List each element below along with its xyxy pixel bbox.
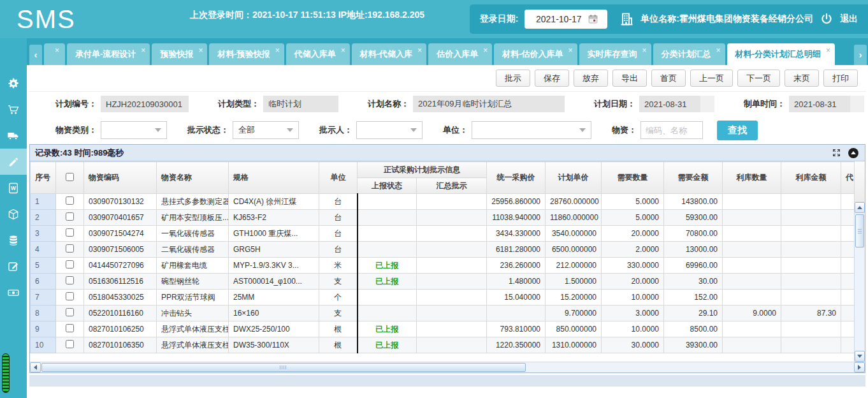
sidebar-item-word-doc[interactable]: W [0,175,27,201]
row-checkbox[interactable] [66,260,74,269]
close-icon[interactable]: × [716,46,721,55]
scroll-down-icon[interactable] [855,351,865,362]
approve-status-select[interactable]: 全部 [233,121,299,139]
sidebar-item-package[interactable] [0,201,27,227]
row-checkbox[interactable] [66,228,74,237]
close-icon[interactable]: × [198,46,203,55]
table-row[interactable]: 30309071504274一氧化碳传感器GTH1000 重庆煤...台3434… [31,226,856,242]
sidebar-item-money[interactable] [0,279,27,306]
tab-材料-分类计划汇总明细[interactable]: 材料-分类计划汇总明细× [727,43,835,65]
unit-select[interactable] [472,121,591,139]
toolbar-button-上一页[interactable]: 上一页 [690,70,733,87]
toolbar-button-放弃[interactable]: 放弃 [574,70,608,87]
sidebar-item-gear[interactable] [0,70,27,96]
row-checkbox[interactable] [66,276,74,284]
gear-icon [7,77,20,90]
table-row[interactable]: 10309070130132悬挂式多参数测定器CD4X(A) 徐州江煤台2595… [31,194,856,210]
row-checkbox[interactable] [66,196,74,205]
sidebar-item-compose[interactable] [0,253,27,279]
tab-实时库存查询[interactable]: 实时库存查询× [579,43,651,65]
logout-button[interactable]: 退出 [840,13,858,25]
close-icon[interactable]: × [642,46,647,55]
toolbar-button-保存[interactable]: 保存 [535,70,569,87]
table-row[interactable]: 40309071506005二氧化碳传感器GRG5H台6181.28000065… [31,242,856,258]
vertical-scrollbar[interactable] [854,202,865,362]
calendar-icon[interactable] [588,14,598,24]
row-checkbox[interactable] [66,292,74,300]
table-row[interactable]: 90827010106250悬浮式单体液压支柱DWX25-250/100根已上报… [31,321,856,337]
toolbar-button-批示[interactable]: 批示 [496,70,530,87]
close-icon[interactable]: × [341,46,345,55]
close-icon[interactable]: × [826,46,830,55]
tab-scroll-left-icon[interactable] [29,45,42,65]
table-row[interactable]: 100827010106350悬浮式单体液压支柱DW35-300/110X根已上… [31,337,856,353]
close-icon[interactable]: × [483,46,488,55]
tab-scroll-right-icon[interactable] [854,45,867,65]
login-date-input[interactable] [534,14,584,24]
table-row[interactable]: 20309070401657矿用本安型顶板压...KJ653-F2台11038.… [31,210,856,226]
vertical-scroll-thumb[interactable] [855,214,864,247]
login-date-field[interactable] [524,10,607,29]
tab-代储入库单[interactable]: 代储入库单× [286,43,350,65]
row-checkbox[interactable] [66,308,74,316]
tab-承付单-流程设计[interactable]: 承付单-流程设计× [67,43,150,65]
search-button[interactable]: 查找 [717,121,758,140]
toolbar-button-下一页[interactable]: 下一页 [737,70,780,87]
tab-估价入库单[interactable]: 估价入库单× [428,43,492,65]
sidebar-item-pencil[interactable] [0,149,27,175]
close-icon[interactable]: × [568,46,572,55]
sidebar-item-database[interactable] [0,227,27,253]
close-icon[interactable]: × [55,46,59,55]
toolbar-button-打印[interactable]: 打印 [823,70,858,87]
table-row[interactable]: 50414450727096矿用橡套电缆MYP-1.9/3.3KV 3...米已… [31,258,856,274]
cell-need_qty: 10.0000 [602,290,664,306]
expand-icon[interactable] [832,149,841,157]
select-all-checkbox[interactable] [66,173,74,181]
row-checkbox[interactable] [66,212,74,221]
chevron-down-icon [287,128,293,132]
sidebar-item-truck[interactable] [0,122,27,149]
header-corner [854,161,865,202]
row-checkbox[interactable] [66,244,74,253]
col-reserve-qty: 利库数量 [723,162,781,194]
close-icon[interactable]: × [275,46,280,55]
toolbar-button-首页[interactable]: 首页 [651,70,686,87]
collapse-icon[interactable] [848,148,858,158]
scroll-left-icon[interactable] [30,362,41,372]
table-row[interactable]: 80522010116160冲击钻头16×160支9.7000003.00002… [31,306,856,321]
cell-report_status: 已上报 [358,274,417,290]
toolbar-button-导出[interactable]: 导出 [612,70,647,87]
sidebar-item-cart[interactable] [0,96,27,122]
power-icon[interactable] [820,12,834,26]
cell-reserve_qty [723,226,781,242]
horizontal-scroll-thumb[interactable] [41,363,526,372]
tab-label: 估价入库单 [437,48,478,60]
tab-stub[interactable]: × [44,43,65,65]
table-row[interactable]: 60516306112516碗型钢丝轮AST000014_φ100...支已上报… [31,274,856,290]
cell-spec: 25MM [229,290,319,306]
col-report-status: 上报状态 [358,178,417,194]
close-icon[interactable]: × [141,46,145,55]
scroll-right-icon[interactable] [854,362,865,372]
tab-预验快报[interactable]: 预验快报× [152,43,207,65]
tab-材料-代储入库[interactable]: 材料-代储入库× [352,43,426,65]
tab-分类计划汇总[interactable]: 分类计划汇总× [653,43,725,65]
table-row[interactable]: 70518045330025PPR双活节球阀25MM个15.04000015.2… [31,290,856,306]
tab-材料-预验快报[interactable]: 材料-预验快报× [209,43,284,65]
row-checkbox[interactable] [66,340,74,348]
material-search-input[interactable] [640,121,703,139]
chevron-down-icon [579,128,586,132]
horizontal-scrollbar[interactable] [30,362,865,372]
cell-plan_price: 28760.000000 [546,194,602,210]
approver-select[interactable] [356,121,423,139]
row-checkbox[interactable] [66,324,74,332]
cell-need_amt: 29.10 [664,306,723,321]
cell-reserve_amt [781,194,841,210]
close-icon[interactable]: × [417,46,422,55]
tab-label: 预验快报 [160,48,193,60]
cell-plan_price: 1.500000 [546,274,602,290]
scroll-up-icon[interactable] [855,202,865,213]
category-select[interactable] [101,121,167,139]
tab-材料-估价入库单[interactable]: 材料-估价入库单× [494,43,577,65]
toolbar-button-末页[interactable]: 末页 [785,70,819,87]
